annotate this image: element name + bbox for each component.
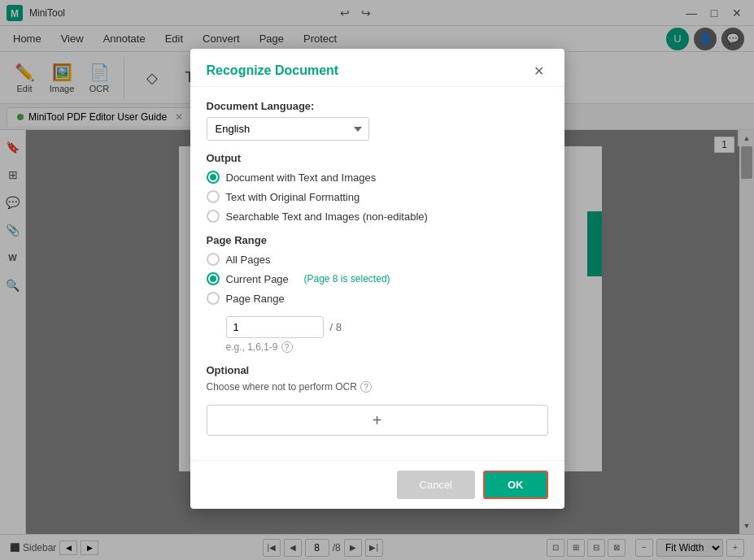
page-range-all[interactable]: All Pages xyxy=(207,253,548,266)
dialog-footer: Cancel OK xyxy=(190,460,564,509)
recognize-document-dialog: Recognize Document ✕ Document Language: … xyxy=(190,49,564,509)
output-option-searchable[interactable]: Searchable Text and Images (non-editable… xyxy=(207,210,548,223)
page-range-radio-group: All Pages Current Page (Page 8 is select… xyxy=(207,253,548,305)
output-option-text[interactable]: Text with Original Formatting xyxy=(207,190,548,203)
page-range-start-input[interactable] xyxy=(226,316,324,338)
page-range-section-title: Page Range xyxy=(207,234,548,246)
page-range-group: Page Range All Pages Current Page (Page … xyxy=(207,234,548,353)
output-option-doc[interactable]: Document with Text and Images xyxy=(207,171,548,184)
radio-current-circle xyxy=(207,272,220,285)
language-label: Document Language: xyxy=(207,100,548,112)
page-range-hint: e.g., 1,6,1-9 ? xyxy=(226,341,548,353)
radio-doc-circle xyxy=(207,171,220,184)
output-searchable-label: Searchable Text and Images (non-editable… xyxy=(226,211,428,223)
radio-range-circle xyxy=(207,292,220,305)
optional-sublabel: Choose where not to perform OCR ? xyxy=(207,381,548,393)
page-range-total: / 8 xyxy=(330,321,342,333)
page-range-current[interactable]: Current Page (Page 8 is selected) xyxy=(207,272,548,285)
language-group: Document Language: English Chinese Frenc… xyxy=(207,100,548,141)
page-range-custom[interactable]: Page Range xyxy=(207,292,548,305)
radio-doc-dot xyxy=(210,174,216,180)
dialog-close-button[interactable]: ✕ xyxy=(530,62,548,80)
optional-section: Optional Choose where not to perform OCR… xyxy=(207,364,548,436)
dialog-overlay: Recognize Document ✕ Document Language: … xyxy=(0,0,754,560)
optional-add-button[interactable]: + xyxy=(207,405,548,436)
dialog-header: Recognize Document ✕ xyxy=(190,49,564,87)
ok-button[interactable]: OK xyxy=(483,471,548,499)
dialog-body: Document Language: English Chinese Frenc… xyxy=(190,87,564,460)
optional-hint-icon: ? xyxy=(360,381,372,393)
optional-label: Optional xyxy=(207,364,250,376)
output-text-label: Text with Original Formatting xyxy=(226,191,360,203)
language-select[interactable]: English Chinese French German Spanish xyxy=(207,117,369,141)
current-page-hint: (Page 8 is selected) xyxy=(299,273,390,284)
output-group: Output Document with Text and Images Tex… xyxy=(207,152,548,223)
output-doc-label: Document with Text and Images xyxy=(226,171,377,184)
page-range-label: Page Range xyxy=(226,293,285,305)
hint-icon: ? xyxy=(281,341,293,353)
output-section-title: Output xyxy=(207,152,548,164)
output-radio-group: Document with Text and Images Text with … xyxy=(207,171,548,223)
radio-searchable-circle xyxy=(207,210,220,223)
optional-label-row: Optional xyxy=(207,364,548,376)
dialog-title: Recognize Document xyxy=(207,63,339,78)
radio-current-dot xyxy=(210,276,216,282)
radio-text-circle xyxy=(207,190,220,203)
radio-all-circle xyxy=(207,253,220,266)
current-page-label: Current Page xyxy=(226,273,289,285)
page-range-input-row: / 8 xyxy=(226,316,548,338)
all-pages-label: All Pages xyxy=(226,254,271,266)
cancel-button[interactable]: Cancel xyxy=(397,471,475,499)
